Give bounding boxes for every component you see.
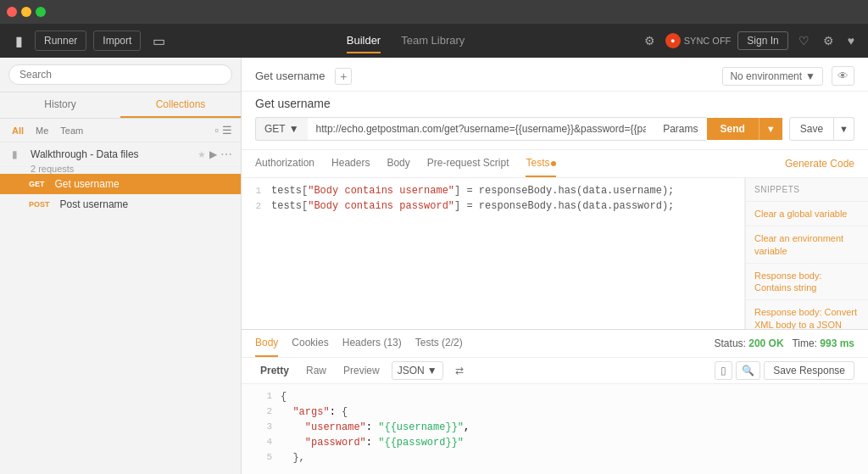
resp-tab-cookies[interactable]: Cookies bbox=[292, 330, 328, 357]
method-select[interactable]: GET ▼ bbox=[255, 117, 308, 141]
toolbar-right: ⚙ ● SYNC OFF Sign In ♡ ⚙ ♥ bbox=[641, 31, 858, 50]
tab-authorization[interactable]: Authorization bbox=[255, 150, 314, 177]
tab-body[interactable]: Body bbox=[387, 150, 409, 177]
import-button[interactable]: Import bbox=[93, 31, 141, 51]
snippet-clear-global[interactable]: Clear a global variable bbox=[746, 202, 868, 226]
save-response-button[interactable]: Save Response bbox=[764, 361, 854, 380]
filter-all[interactable]: All bbox=[8, 125, 27, 137]
tab-history[interactable]: History bbox=[0, 92, 120, 118]
main-toolbar: ▮ Runner Import ▭ Builder Team Library ⚙… bbox=[0, 24, 868, 58]
format-select[interactable]: JSON ▼ bbox=[392, 361, 443, 380]
more-options-icon[interactable]: ⋯ bbox=[220, 148, 232, 161]
resp-tab-tests[interactable]: Tests (2/2) bbox=[415, 330, 463, 357]
environment-select[interactable]: No environment ▼ bbox=[722, 67, 823, 86]
generate-code-button[interactable]: Generate Code bbox=[785, 158, 854, 170]
url-input[interactable] bbox=[308, 117, 655, 141]
wrap-icon[interactable]: ⇄ bbox=[450, 362, 469, 379]
format-preview-button[interactable]: Preview bbox=[338, 362, 385, 379]
expand-icon[interactable]: ▶ bbox=[209, 148, 217, 160]
collection-requests-count: 2 requests bbox=[31, 164, 74, 174]
snippet-convert-xml[interactable]: Response body: Convert XML body to a JSO… bbox=[746, 300, 868, 329]
snippets-title: SNIPPETS bbox=[746, 178, 868, 202]
tab-team-library[interactable]: Team Library bbox=[401, 29, 465, 53]
method-badge-get: GET bbox=[25, 179, 48, 189]
response-tabs-row: Body Cookies Headers (13) Tests (2/2) St… bbox=[242, 330, 868, 358]
response-toolbar: Pretty Raw Preview JSON ▼ ⇄ ▯ 🔍 Save Res… bbox=[242, 358, 868, 384]
main-tabs: Builder Team Library bbox=[177, 29, 633, 53]
send-button-group: Send ▼ bbox=[707, 118, 782, 140]
code-line-1: 1 tests["Body contains username"] = resp… bbox=[242, 185, 744, 200]
search-response-icon[interactable]: 🔍 bbox=[736, 361, 760, 380]
main-layout: History Collections All Me Team ▫ ☰ ▮ Wa… bbox=[0, 58, 868, 474]
resp-line-content-4: "password": "{{password}}" bbox=[281, 437, 854, 452]
tests-dot-badge bbox=[551, 161, 556, 166]
main-content: Get username + No environment ▼ 👁 Get us… bbox=[242, 58, 868, 474]
resp-line-2: 2 "args": { bbox=[255, 406, 854, 421]
code-editor[interactable]: 1 tests["Body contains username"] = resp… bbox=[242, 178, 745, 329]
window-controls[interactable] bbox=[7, 7, 46, 17]
add-tab-button[interactable]: + bbox=[335, 68, 352, 85]
resp-tab-headers[interactable]: Headers (13) bbox=[342, 330, 402, 357]
resp-line-content-5: }, bbox=[281, 452, 854, 467]
params-button[interactable]: Params bbox=[654, 117, 706, 141]
signin-button[interactable]: Sign In bbox=[737, 31, 787, 50]
format-select-label: JSON bbox=[398, 365, 425, 376]
resp-line-num-4: 4 bbox=[255, 437, 281, 452]
help-icon[interactable]: ⚙ bbox=[820, 32, 837, 49]
resp-line-content-1: { bbox=[281, 391, 854, 406]
tab-collections[interactable]: Collections bbox=[120, 92, 241, 118]
tab-builder[interactable]: Builder bbox=[347, 29, 381, 53]
collection-meta: 2 requests bbox=[0, 164, 241, 174]
maximize-button[interactable] bbox=[36, 7, 46, 17]
status-label: Status: bbox=[715, 337, 746, 349]
sort-icon[interactable]: ☰ bbox=[222, 124, 232, 137]
snippet-contains-string[interactable]: Response body: Contains string bbox=[746, 264, 868, 301]
line-number-1: 1 bbox=[242, 185, 271, 200]
resp-tab-body[interactable]: Body bbox=[255, 330, 278, 357]
snippet-clear-env[interactable]: Clear an environment variable bbox=[746, 226, 868, 264]
favorite-icon[interactable]: ♥ bbox=[844, 32, 858, 49]
filter-team[interactable]: Team bbox=[57, 125, 86, 137]
request-item-get-username[interactable]: GET Get username bbox=[0, 174, 241, 194]
star-icon[interactable]: ★ bbox=[198, 149, 206, 160]
format-raw-button[interactable]: Raw bbox=[301, 362, 331, 379]
response-body: 1 { 2 "args": { 3 "username": "{{usernam… bbox=[242, 384, 868, 474]
copy-icon[interactable]: ▯ bbox=[715, 361, 732, 380]
new-folder-icon[interactable]: ▫ bbox=[214, 124, 219, 137]
save-button[interactable]: Save bbox=[789, 117, 834, 141]
new-window-icon[interactable]: ▭ bbox=[147, 30, 170, 53]
notifications-icon[interactable]: ♡ bbox=[795, 32, 813, 49]
format-pretty-button[interactable]: Pretty bbox=[255, 362, 294, 379]
send-button[interactable]: Send bbox=[707, 118, 759, 140]
tab-pre-request[interactable]: Pre-request Script bbox=[427, 150, 509, 177]
env-preview-icon[interactable]: 👁 bbox=[832, 66, 854, 86]
resp-line-content-2: "args": { bbox=[281, 406, 854, 421]
resp-line-3: 3 "username": "{{username}}", bbox=[255, 421, 854, 437]
settings-icon[interactable]: ⚙ bbox=[641, 32, 659, 49]
toolbar-left: ▮ Runner Import ▭ bbox=[10, 30, 170, 53]
tab-tests[interactable]: Tests bbox=[526, 150, 556, 177]
resp-line-num-1: 1 bbox=[255, 391, 281, 406]
search-input[interactable] bbox=[8, 64, 232, 85]
format-select-chevron: ▼ bbox=[427, 365, 437, 376]
filter-me[interactable]: Me bbox=[32, 125, 52, 137]
tab-headers[interactable]: Headers bbox=[331, 150, 370, 177]
status-value: 200 OK bbox=[748, 337, 783, 349]
filter-icons: ▫ ☰ bbox=[214, 124, 232, 137]
send-dropdown-icon[interactable]: ▼ bbox=[759, 118, 782, 140]
request-header-row: Get username + No environment ▼ 👁 bbox=[242, 58, 868, 92]
save-dropdown-icon[interactable]: ▼ bbox=[834, 117, 854, 141]
search-box bbox=[0, 58, 241, 92]
minimize-button[interactable] bbox=[21, 7, 31, 17]
filter-bar: All Me Team ▫ ☰ bbox=[0, 119, 241, 142]
runner-button[interactable]: Runner bbox=[35, 31, 86, 51]
collection-name: Walkthrough - Data files bbox=[31, 148, 198, 160]
request-item-post-username[interactable]: POST Post username bbox=[0, 194, 241, 215]
resp-line-4: 4 "password": "{{password}}" bbox=[255, 437, 854, 452]
resp-line-num-2: 2 bbox=[255, 406, 281, 421]
line-content-2: tests["Body contains password"] = respon… bbox=[271, 200, 744, 215]
request-tab-label: Get username bbox=[255, 70, 325, 82]
close-button[interactable] bbox=[7, 7, 17, 17]
editor-area: 1 tests["Body contains username"] = resp… bbox=[242, 178, 868, 329]
sidebar-toggle-icon[interactable]: ▮ bbox=[10, 30, 28, 53]
